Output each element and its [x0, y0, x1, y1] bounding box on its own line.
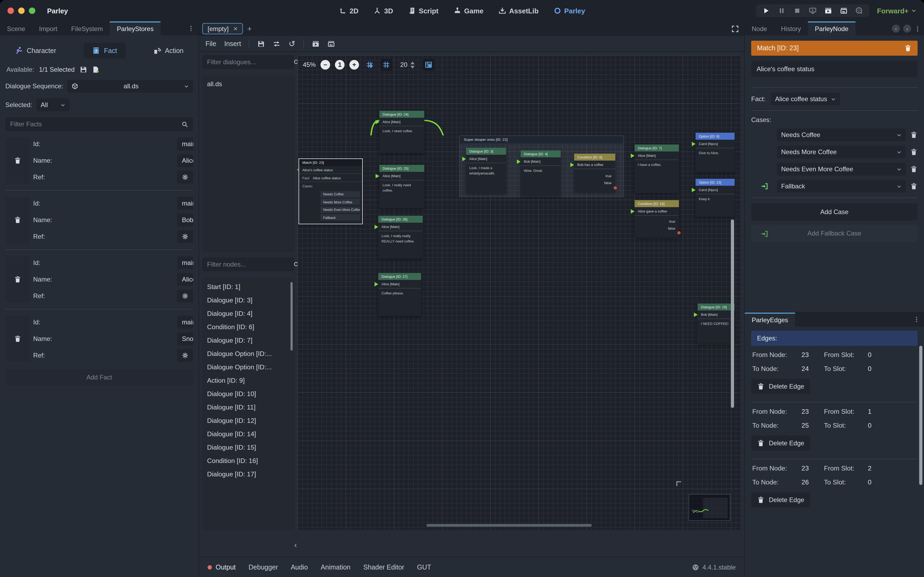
graph-node-dialogue-25[interactable]: Dialogue [ID: 25] Alice [Main] Look, I r…	[379, 165, 424, 208]
graph-node-dialogue-7[interactable]: Dialogue [ID: 7] Alice [Main] I have a c…	[635, 145, 679, 193]
false-output[interactable]: false	[574, 179, 615, 186]
input-port[interactable]	[297, 168, 299, 172]
true-output[interactable]: true	[635, 218, 679, 225]
collapse-panel-icon[interactable]: ‹	[294, 540, 297, 549]
node-list-item[interactable]: Dialogue [ID: 14]	[202, 427, 294, 440]
delete-edge-button[interactable]: Delete Edge	[751, 379, 810, 394]
graph-node-dialogue-24[interactable]: Dialogue [ID: 24] Alice [Main] Look, I n…	[379, 111, 424, 153]
close-tab-icon[interactable]: ×	[233, 25, 238, 33]
node-list-item[interactable]: Dialogue [ID: 10]	[202, 387, 294, 400]
match-case-output[interactable]: Needs Even More Coffee	[320, 206, 360, 213]
store-tab-action[interactable]: Action	[145, 43, 192, 58]
node-list-item[interactable]: Start [ID: 1]	[202, 280, 294, 293]
delete-edge-button[interactable]: Delete Edge	[751, 492, 810, 508]
workspace-3d[interactable]: 3D	[373, 7, 393, 15]
fact-name-field[interactable]: Alice coffee status	[177, 273, 193, 286]
tab-history[interactable]: History	[774, 21, 808, 35]
case-select[interactable]: Needs Coffee	[777, 129, 906, 141]
node-list-item[interactable]: Dialogue [ID: 11]	[202, 400, 294, 414]
fact-select[interactable]: Alice coffee status	[771, 93, 840, 105]
input-port[interactable]	[376, 174, 379, 178]
menu-file[interactable]: File	[206, 40, 216, 47]
delete-case-icon[interactable]	[910, 131, 918, 139]
store-tab-character[interactable]: Character	[6, 43, 65, 58]
graph-canvas[interactable]: 45% − 1 + 20 Super doope	[297, 55, 741, 530]
bottom-tab-animation[interactable]: Animation	[321, 563, 350, 571]
tab-import[interactable]: Import	[32, 21, 64, 35]
delete-fact-button[interactable]	[5, 137, 30, 184]
node-title-input[interactable]	[751, 61, 918, 77]
import-export-icon[interactable]	[273, 40, 281, 47]
store-tab-fact[interactable]: Fact	[84, 43, 126, 58]
node-list-item[interactable]: Condition [ID: 16]	[202, 454, 294, 467]
next-node-icon[interactable]: ›	[903, 24, 911, 32]
bottom-tab-debugger[interactable]: Debugger	[249, 563, 278, 571]
test-dialogue-icon[interactable]	[312, 40, 320, 47]
tab-parleyedges[interactable]: ParleyEdges	[745, 313, 795, 327]
case-select[interactable]: Needs More Coffee	[777, 146, 906, 158]
sequence-tab-empty[interactable]: [empty]×	[202, 23, 243, 34]
save-sequence-icon[interactable]	[258, 40, 265, 47]
filter-facts-input[interactable]	[10, 121, 178, 128]
bottom-tab-audio[interactable]: Audio	[291, 563, 308, 571]
remote-debug-icon[interactable]	[809, 7, 816, 15]
dialogue-sequence-select[interactable]: all.ds	[67, 80, 193, 93]
graph-node-dialogue-26[interactable]: Dialogue [ID: 26] Alice [Main] Look, I r…	[378, 216, 423, 258]
minimize-window-button[interactable]	[18, 8, 25, 14]
tab-node[interactable]: Node	[745, 21, 774, 35]
bottom-tab-gut[interactable]: GUT	[417, 563, 431, 571]
case-select[interactable]: Fallback	[777, 180, 906, 193]
workspace-assetlib[interactable]: AssetLib	[498, 7, 538, 15]
tab-filesystem[interactable]: FileSystem	[64, 21, 110, 35]
input-port[interactable]	[631, 154, 635, 158]
canvas-vscrollbar[interactable]	[731, 219, 734, 408]
graph-node-dialogue-4[interactable]: Dialogue [ID: 4] Bob [Main] Wow. Great.	[521, 150, 561, 197]
match-case-output[interactable]: Needs More Coffee	[320, 198, 360, 205]
resize-handle-icon[interactable]	[676, 481, 681, 486]
menu-insert[interactable]: Insert	[224, 40, 241, 47]
tab-parleystores[interactable]: ParleyStores	[110, 21, 161, 35]
movie-maker-icon[interactable]	[855, 7, 863, 15]
fact-id-field[interactable]: main:alice_gave_coffee	[177, 137, 193, 150]
minimap-toggle-icon[interactable]	[423, 59, 435, 71]
test-from-node-icon[interactable]	[328, 40, 335, 47]
false-port[interactable]	[677, 231, 681, 234]
new-tab-button[interactable]: +	[247, 24, 252, 33]
save-store-button[interactable]	[79, 66, 87, 73]
node-list-item[interactable]: Dialogue [ID: 7]	[202, 334, 294, 347]
node-list-item[interactable]: Dialogue Option [ID:...	[202, 347, 294, 360]
input-port[interactable]	[692, 188, 696, 192]
true-output[interactable]: true	[574, 172, 615, 179]
workspace-script[interactable]: Script	[408, 7, 439, 15]
input-port[interactable]	[570, 163, 574, 167]
fact-name-field[interactable]: Bob has coffee	[177, 214, 193, 226]
selected-filter-select[interactable]: All	[36, 98, 69, 111]
graph-minimap[interactable]	[689, 494, 730, 521]
delete-edge-button[interactable]: Delete Edge	[751, 436, 810, 451]
node-list-item[interactable]: Dialogue [ID: 15]	[202, 440, 294, 454]
fact-id-field[interactable]: main:bob_has_coffee	[177, 197, 193, 210]
input-port[interactable]	[631, 209, 635, 214]
fact-ref-select[interactable]: snooker_balls_fact.gd	[177, 349, 193, 362]
input-port[interactable]	[692, 142, 696, 146]
fact-ref-select[interactable]: bob_has_coffee_fact.gd	[177, 230, 193, 243]
filter-dialogues-input[interactable]	[207, 58, 290, 66]
match-case-output[interactable]: Fallback	[320, 214, 360, 221]
case-select[interactable]: Needs Even More Coffee	[777, 163, 906, 176]
zoom-in-button[interactable]: +	[349, 60, 359, 69]
node-list-item[interactable]: Dialogue Option [ID:...	[202, 360, 294, 374]
input-port[interactable]	[694, 313, 698, 317]
dialogue-file-item[interactable]: all.ds	[202, 77, 294, 90]
node-list-item[interactable]: Dialogue [ID: 17]	[202, 467, 294, 481]
close-window-button[interactable]	[8, 8, 14, 14]
fact-ref-select[interactable]: alice_gave_coffee_fact.gd	[177, 171, 193, 184]
renderer-selector[interactable]: Forward+	[877, 7, 916, 15]
fact-id-field[interactable]: main:alice_coffee_status	[177, 256, 193, 269]
snap-distance-spinner[interactable]: 20	[397, 60, 418, 69]
add-fallback-case-button[interactable]: Add Fallback Case	[751, 225, 918, 242]
delete-fact-button[interactable]	[5, 316, 30, 362]
stop-button[interactable]	[794, 7, 801, 15]
bottom-tab-shader-editor[interactable]: Shader Editor	[363, 563, 404, 571]
window-controls[interactable]	[8, 8, 35, 14]
tab-scene[interactable]: Scene	[0, 21, 32, 35]
